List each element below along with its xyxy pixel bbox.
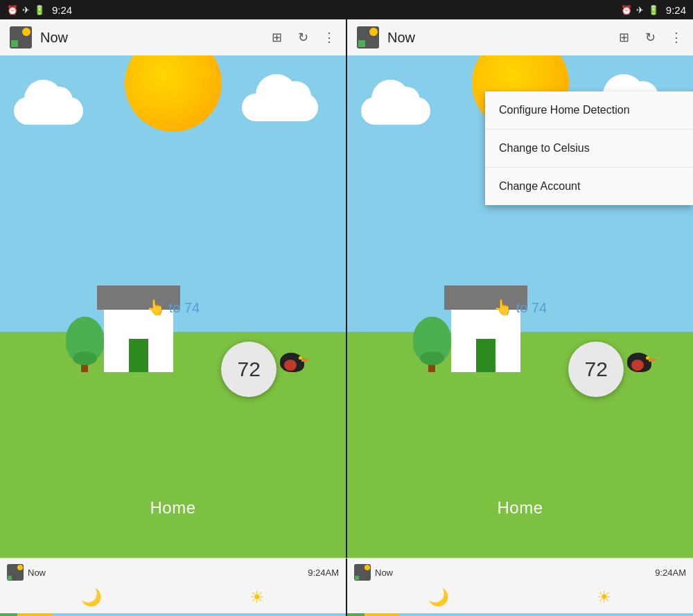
battery-icon-left: 🔋 bbox=[34, 5, 45, 15]
left-tree-leaves bbox=[66, 317, 104, 362]
left-house-door bbox=[129, 339, 148, 372]
left-bird-chest bbox=[284, 360, 297, 371]
right-toolbar-title: Now bbox=[387, 30, 608, 46]
right-app-logo bbox=[356, 25, 380, 50]
menu-item-change-account[interactable]: Change Account bbox=[485, 168, 693, 205]
time-right: 9:24 bbox=[666, 4, 686, 16]
left-refresh-icon[interactable]: ↻ bbox=[295, 29, 311, 46]
bottom-right-logo bbox=[354, 564, 371, 581]
left-thermostat[interactable]: 72 bbox=[221, 342, 277, 397]
right-bird-body bbox=[627, 353, 651, 372]
left-temp-target: 👆 to 74 bbox=[146, 299, 200, 317]
left-layers-icon[interactable]: ⊞ bbox=[268, 29, 285, 46]
main-content: Now ⊞ ↻ ⋮ 👆 to 74 bbox=[0, 19, 693, 558]
right-thermostat[interactable]: 72 bbox=[568, 342, 624, 397]
bottom-panel-right-row1: Now 9:24AM bbox=[354, 561, 686, 581]
left-more-icon[interactable]: ⋮ bbox=[321, 29, 337, 46]
alarm-icon-right: ⏰ bbox=[621, 5, 632, 15]
status-bar: ⏰ ✈ 🔋 9:24 ⏰ ✈ 🔋 9:24 bbox=[0, 0, 693, 19]
bottom-right-time: 9:24AM bbox=[655, 567, 686, 578]
bottom-right-sun-icon[interactable]: ☀ bbox=[597, 588, 612, 607]
left-temp-arrow: 👆 bbox=[146, 299, 165, 317]
bottom-panel-left: Now 9:24AM 🌙 ☀ bbox=[0, 558, 346, 613]
left-app-logo bbox=[8, 25, 33, 50]
right-house bbox=[451, 310, 520, 372]
right-house-door bbox=[476, 339, 495, 372]
left-cloud1 bbox=[14, 97, 83, 125]
strip-right-green bbox=[347, 613, 365, 616]
bottom-panel-right: Now 9:24AM 🌙 ☀ bbox=[347, 558, 693, 613]
left-toolbar: Now ⊞ ↻ ⋮ bbox=[0, 19, 346, 55]
right-bird-eye bbox=[646, 356, 649, 360]
bottom-left-app-name: Now bbox=[28, 567, 46, 578]
right-temp-target: 👆 to 74 bbox=[493, 299, 547, 317]
strip-left-blue bbox=[52, 613, 346, 616]
right-layers-icon[interactable]: ⊞ bbox=[615, 29, 632, 46]
right-bird-beak bbox=[649, 358, 656, 362]
right-tree bbox=[413, 317, 451, 372]
battery-icon-right: 🔋 bbox=[648, 5, 659, 15]
time-left: 9:24 bbox=[52, 4, 72, 16]
left-panel: Now ⊞ ↻ ⋮ 👆 to 74 bbox=[0, 19, 346, 558]
strip-right-blue bbox=[399, 613, 693, 616]
right-more-icon[interactable]: ⋮ bbox=[668, 29, 685, 46]
airplane-icon-left: ✈ bbox=[22, 5, 30, 15]
status-bar-left: ⏰ ✈ 🔋 9:24 bbox=[7, 4, 346, 16]
bottom-left-moon-icon[interactable]: 🌙 bbox=[81, 588, 102, 607]
left-house-container bbox=[104, 310, 173, 372]
strip-right-yellow bbox=[365, 613, 399, 616]
strip-left-yellow bbox=[17, 613, 52, 616]
left-tree bbox=[66, 317, 104, 372]
bottom-panel-left-icons: 🌙 ☀ bbox=[7, 581, 339, 610]
right-scene: 👆 to 74 72 bbox=[347, 55, 693, 558]
right-bird-chest bbox=[631, 360, 644, 371]
right-toolbar: Now ⊞ ↻ ⋮ bbox=[347, 19, 693, 55]
left-bird-eye bbox=[299, 356, 302, 360]
menu-item-configure-home[interactable]: Configure Home Detection bbox=[485, 91, 693, 130]
right-toolbar-actions: ⊞ ↻ ⋮ bbox=[615, 29, 685, 46]
right-status-label: Home bbox=[497, 498, 543, 518]
right-bird bbox=[627, 353, 651, 372]
alarm-icon-left: ⏰ bbox=[7, 5, 18, 15]
strip-left-green bbox=[0, 613, 17, 616]
right-refresh-icon[interactable]: ↻ bbox=[642, 29, 658, 46]
right-cloud1 bbox=[361, 97, 430, 125]
bottom-panel-left-row1: Now 9:24AM bbox=[7, 561, 339, 581]
left-house bbox=[104, 310, 173, 372]
status-bar-right: ⏰ ✈ 🔋 9:24 bbox=[346, 4, 686, 16]
bottom-strip-left bbox=[0, 613, 346, 616]
left-temp-target-text: to 74 bbox=[169, 300, 200, 316]
bottom-right-app-name: Now bbox=[375, 567, 393, 578]
left-toolbar-title: Now bbox=[40, 30, 261, 46]
left-scene: 👆 to 74 72 bbox=[0, 55, 346, 558]
left-temperature: 72 bbox=[238, 358, 261, 381]
dropdown-menu: Configure Home Detection Change to Celsi… bbox=[485, 91, 693, 205]
left-bird bbox=[280, 353, 304, 372]
left-toolbar-actions: ⊞ ↻ ⋮ bbox=[268, 29, 337, 46]
menu-item-change-celsius[interactable]: Change to Celsius bbox=[485, 130, 693, 168]
right-temp-arrow: 👆 bbox=[493, 299, 512, 317]
right-panel: Now ⊞ ↻ ⋮ 👆 to 74 bbox=[347, 19, 693, 558]
bottom-left-sun-icon[interactable]: ☀ bbox=[249, 588, 265, 607]
left-bird-body bbox=[280, 353, 304, 372]
left-bird-beak bbox=[301, 358, 308, 362]
left-cloud2 bbox=[242, 94, 318, 121]
right-tree-leaves bbox=[413, 317, 451, 362]
bottom-strip-right bbox=[347, 613, 693, 616]
bottom-bar: Now 9:24AM 🌙 ☀ Now 9:24AM 🌙 ☀ bbox=[0, 558, 693, 613]
bottom-left-logo bbox=[7, 564, 24, 581]
bottom-left-time: 9:24AM bbox=[308, 567, 339, 578]
right-temp-target-text: to 74 bbox=[516, 300, 547, 316]
bottom-strips bbox=[0, 613, 693, 616]
right-house-container bbox=[451, 310, 520, 372]
bottom-panel-right-icons: 🌙 ☀ bbox=[354, 581, 686, 610]
bottom-right-moon-icon[interactable]: 🌙 bbox=[428, 588, 449, 607]
airplane-icon-right: ✈ bbox=[636, 5, 644, 15]
left-status-label: Home bbox=[150, 498, 195, 518]
right-temperature: 72 bbox=[585, 358, 608, 381]
